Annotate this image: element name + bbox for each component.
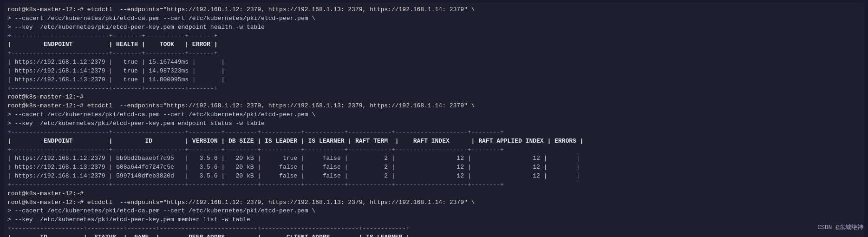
data-line-18: | https://192.168.1.13:2379 | b08a644fd7… — [7, 163, 861, 172]
separator-line-9: +---------------------------+--------+--… — [7, 85, 861, 93]
header-line-4: | ENDPOINT | HEALTH | TOOK | ERROR | — [7, 40, 861, 49]
cmd-line-1: > --cacert /etc/kubernetes/pki/etcd-ca.p… — [7, 14, 861, 23]
separator-line-25: +--------------------+----------+-------… — [7, 224, 861, 233]
separator-line-20: +---------------------------+-----------… — [7, 181, 861, 190]
prompt-line-21: root@k8s-master-12:~# — [7, 190, 861, 198]
data-line-19: | https://192.168.1.14:2379 | 5997140dfe… — [7, 172, 861, 181]
header-line-26: | ID | STATUS | NAME | PEER ADDRS | CLIE… — [7, 233, 861, 237]
cmd-line-2: > --key /etc/kubernetes/pki/etcd-peer-ke… — [7, 23, 861, 32]
data-line-17: | https://192.168.1.12:2379 | bb9bd2baae… — [7, 154, 861, 163]
data-line-6: | https://192.168.1.12:2379 | true | 15.… — [7, 58, 861, 67]
prompt-line-11: root@k8s-master-12:~# etcdctl --endpoint… — [7, 102, 861, 111]
separator-line-14: +---------------------------+-----------… — [7, 128, 861, 137]
prompt-line-10: root@k8s-master-12:~# — [7, 93, 861, 102]
cmd-line-23: > --cacert /etc/kubernetes/pki/etcd-ca.p… — [7, 207, 861, 216]
data-line-8: | https://192.168.1.13:2379 | true | 14.… — [7, 76, 861, 85]
separator-line-16: +---------------------------+-----------… — [7, 146, 861, 155]
header-line-15: | ENDPOINT | ID | VERSION | DB SIZE | IS… — [7, 137, 861, 146]
separator-line-5: +---------------------------+--------+--… — [7, 49, 861, 58]
prompt-line-22: root@k8s-master-12:~# etcdctl --endpoint… — [7, 198, 861, 207]
prompt-line-0: root@k8s-master-12:~# etcdctl --endpoint… — [7, 6, 861, 14]
terminal: root@k8s-master-12:~# etcdctl --endpoint… — [4, 3, 864, 237]
terminal-content: root@k8s-master-12:~# etcdctl --endpoint… — [7, 6, 861, 237]
separator-line-3: +---------------------------+--------+--… — [7, 32, 861, 41]
cmd-line-12: > --cacert /etc/kubernetes/pki/etcd-ca.p… — [7, 111, 861, 119]
cmd-line-13: > --key /etc/kubernetes/pki/etcd-peer-ke… — [7, 119, 861, 128]
data-line-7: | https://192.168.1.14:2379 | true | 14.… — [7, 67, 861, 76]
cmd-line-24: > --key /etc/kubernetes/pki/etcd-peer-ke… — [7, 216, 861, 224]
watermark-text: CSDN @东城绝神 — [817, 224, 863, 232]
